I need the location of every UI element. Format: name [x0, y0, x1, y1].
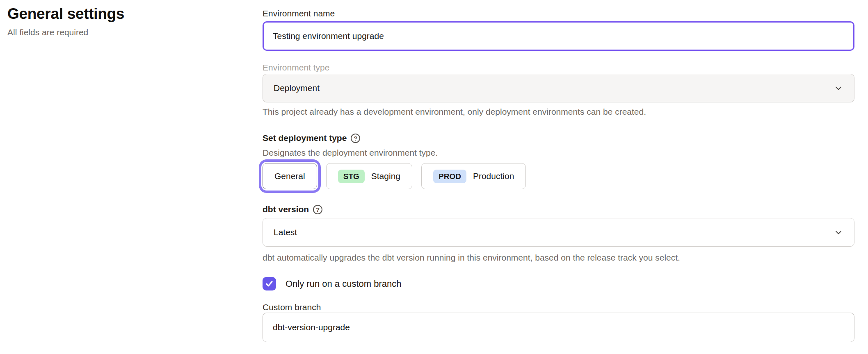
custom-branch-label: Custom branch — [263, 302, 854, 313]
question-mark-circle-icon[interactable]: ? — [351, 134, 360, 143]
environment-type-value: Deployment — [274, 83, 320, 93]
chevron-down-icon — [834, 83, 843, 93]
deployment-type-staging-button[interactable]: STG Staging — [326, 163, 412, 189]
deployment-type-helper: Designates the deployment environment ty… — [263, 148, 854, 158]
environment-type-select[interactable]: Deployment — [263, 74, 854, 102]
production-badge: PROD — [433, 170, 466, 183]
environment-type-helper: This project already has a development e… — [263, 107, 854, 117]
environment-type-label: Environment type — [263, 62, 854, 73]
dbt-version-label-row: dbt version ? — [263, 204, 854, 215]
deployment-type-label-row: Set deployment type ? — [263, 133, 854, 143]
custom-branch-checkbox-label: Only run on a custom branch — [286, 279, 401, 289]
environment-name-input[interactable] — [263, 21, 854, 51]
question-mark-circle-icon[interactable]: ? — [313, 205, 322, 214]
chevron-down-icon — [834, 227, 843, 237]
deployment-type-label: Set deployment type — [263, 133, 347, 143]
dbt-version-select[interactable]: Latest — [263, 218, 854, 247]
page-subtitle: All fields are required — [7, 27, 237, 38]
checkmark-icon — [265, 279, 274, 288]
dbt-version-value: Latest — [274, 227, 297, 237]
page-header: General settings All fields are required — [7, 5, 237, 38]
environment-settings-form: Environment name Environment type Deploy… — [263, 0, 854, 342]
custom-branch-input[interactable] — [263, 313, 854, 342]
deployment-type-general-label: General — [274, 171, 305, 181]
environment-name-label: Environment name — [263, 8, 854, 19]
dbt-version-helper: dbt automatically upgrades the dbt versi… — [263, 252, 854, 263]
deployment-type-production-label: Production — [473, 171, 514, 181]
staging-badge: STG — [338, 170, 365, 183]
custom-branch-checkbox[interactable] — [263, 277, 276, 290]
dbt-version-label: dbt version — [263, 204, 309, 215]
deployment-type-staging-label: Staging — [371, 171, 400, 181]
page-title: General settings — [7, 5, 237, 23]
deployment-type-general-button[interactable]: General — [263, 163, 317, 189]
custom-branch-toggle-row: Only run on a custom branch — [263, 277, 854, 290]
deployment-type-production-button[interactable]: PROD Production — [421, 163, 526, 189]
deployment-type-options: General STG Staging PROD Production — [263, 163, 854, 189]
